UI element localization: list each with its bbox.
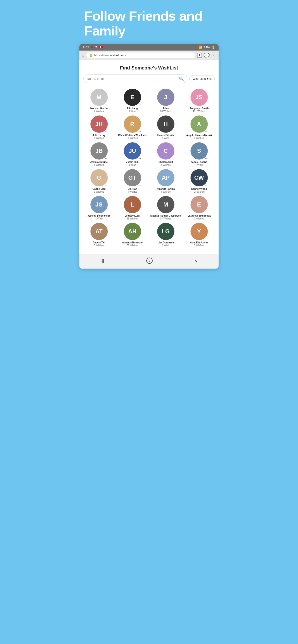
user-card-21[interactable]: AH...Amanda Housand35 Wishes bbox=[117, 223, 148, 247]
user-count-14: 4 Wishes bbox=[161, 190, 171, 193]
more-dots-6[interactable]: ... bbox=[172, 130, 175, 132]
avatar-wrap-22: LG... bbox=[157, 223, 175, 240]
notification-count: 7 bbox=[95, 46, 97, 49]
nav-home-icon[interactable]: ○ bbox=[146, 258, 153, 264]
more-dots-12[interactable]: ... bbox=[105, 183, 108, 186]
more-dots-13[interactable]: ... bbox=[138, 183, 141, 186]
user-name-13: Gia Tran bbox=[127, 187, 137, 190]
user-card-10[interactable]: C...Chelsea Cait4 Wishes bbox=[150, 142, 181, 166]
more-dots-4[interactable]: ... bbox=[105, 130, 108, 132]
user-card-3[interactable]: JS...Jacquelyn Smith131 Wishes bbox=[183, 89, 215, 112]
user-count-0: 2 Wishes bbox=[94, 110, 104, 112]
phone-frame: 8:51 N 7 📶 31% 🔋 ⌂ 🔒 https://www.wishlis… bbox=[79, 44, 219, 268]
user-count-7: 3 Wishes bbox=[194, 137, 204, 140]
user-count-12: 3 Wishes bbox=[94, 190, 104, 193]
more-dots-18[interactable]: ... bbox=[172, 210, 175, 213]
nav-back-icon[interactable]: < bbox=[195, 258, 198, 264]
user-count-13: 4 Wishes bbox=[127, 190, 137, 193]
avatar-wrap-1: E... bbox=[124, 89, 141, 106]
more-dots-0[interactable]: ... bbox=[105, 102, 108, 106]
user-card-7[interactable]: A...Angela Pasceri-Meraki3 Wishes bbox=[183, 116, 215, 140]
user-name-5: R0cketRabbits Wishlist's bbox=[118, 134, 146, 137]
user-card-18[interactable]: M...Magnus Tangen Jespersen34 Wishes bbox=[150, 196, 181, 220]
user-card-23[interactable]: Y...Yana Evtukhova2 Wishes bbox=[183, 223, 215, 247]
user-name-11: samuel dobbs bbox=[191, 160, 207, 164]
more-dots-1[interactable]: ... bbox=[138, 102, 141, 106]
more-dots-3[interactable]: ... bbox=[205, 102, 208, 106]
user-name-8: Joshua Berube bbox=[90, 160, 107, 164]
user-name-19: Elizabeth Tikhonova bbox=[187, 214, 211, 217]
user-card-1[interactable]: E...Elin Lang1 Wish bbox=[117, 89, 148, 112]
user-card-5[interactable]: R...R0cketRabbits Wishlist's28 Wishes bbox=[117, 116, 148, 140]
user-name-4: Julie Henry bbox=[93, 134, 106, 137]
more-dots-19[interactable]: ... bbox=[205, 210, 208, 213]
lock-icon: 🔒 bbox=[89, 54, 93, 57]
user-name-10: Chelsea Cait bbox=[158, 160, 173, 164]
battery-icon: 🔋 bbox=[211, 46, 215, 49]
user-card-4[interactable]: JH...Julie Henry5 Wishes bbox=[83, 116, 115, 140]
user-card-17[interactable]: L...Lindsey Luna29 Wishes bbox=[117, 196, 148, 220]
search-icon[interactable]: 🔍 bbox=[179, 76, 184, 81]
user-card-11[interactable]: S...samuel dobbs1 Wish bbox=[183, 142, 215, 166]
user-name-3: Jacquelyn Smith bbox=[190, 107, 209, 110]
netflix-icon: N bbox=[91, 45, 93, 49]
more-dots-15[interactable]: ... bbox=[205, 183, 208, 186]
user-card-2[interactable]: J...Jules23 Wishes bbox=[150, 89, 181, 112]
avatar-wrap-12: G... bbox=[90, 169, 108, 186]
status-left: 8:51 N 7 bbox=[83, 45, 103, 49]
tab-count-badge[interactable]: 1 bbox=[197, 53, 202, 58]
chat-bubble-icon[interactable]: 💬 bbox=[204, 52, 210, 58]
home-icon[interactable]: ⌂ bbox=[82, 53, 84, 58]
avatar-wrap-7: A... bbox=[191, 116, 208, 133]
more-dots-8[interactable]: ... bbox=[105, 156, 108, 159]
user-card-13[interactable]: GT...Gia Tran4 Wishes bbox=[117, 169, 148, 193]
more-dots-14[interactable]: ... bbox=[172, 183, 175, 186]
user-name-9: Justin Hull bbox=[126, 160, 138, 164]
url-bar[interactable]: 🔒 https://www.wishlist.com/ bbox=[86, 52, 195, 58]
user-name-7: Angela Pasceri-Meraki bbox=[186, 134, 212, 137]
user-card-16[interactable]: JS...Jessica Stephenson1 Wish bbox=[83, 196, 115, 220]
more-dots-7[interactable]: ... bbox=[205, 130, 208, 132]
more-dots-20[interactable]: ... bbox=[105, 237, 108, 240]
more-dots-21[interactable]: ... bbox=[138, 237, 141, 240]
avatar-wrap-21: AH... bbox=[124, 223, 141, 240]
avatar-wrap-10: C... bbox=[157, 142, 175, 160]
more-dots-9[interactable]: ... bbox=[138, 156, 141, 159]
nav-menu-icon[interactable]: ||| bbox=[100, 258, 104, 264]
user-card-9[interactable]: JU...Justin Hull1 Wish bbox=[117, 142, 148, 166]
user-name-2: Jules bbox=[163, 107, 169, 110]
user-count-18: 34 Wishes bbox=[160, 217, 171, 220]
more-dots-22[interactable]: ... bbox=[172, 237, 175, 240]
more-dots-10[interactable]: ... bbox=[172, 156, 175, 159]
search-input-wrap[interactable]: 🔍 bbox=[83, 74, 187, 83]
more-menu-icon[interactable]: ⋮ bbox=[212, 53, 216, 58]
more-dots-23[interactable]: ... bbox=[205, 237, 208, 240]
user-name-1: Elin Lang bbox=[127, 107, 138, 110]
user-card-22[interactable]: LG...Liza Gordeeva1 Wish bbox=[150, 223, 181, 247]
avatar-wrap-2: J... bbox=[157, 89, 175, 106]
user-count-19: 2 Wishes bbox=[194, 217, 204, 220]
avatar-wrap-17: L... bbox=[124, 196, 141, 213]
user-card-14[interactable]: AP...Amanda Partilla4 Wishes bbox=[150, 169, 181, 193]
more-dots-11[interactable]: ... bbox=[205, 156, 208, 159]
filter-button[interactable]: WishLists ▾ ⧉ bbox=[189, 75, 215, 82]
user-card-19[interactable]: E...Elizabeth Tikhonova2 Wishes bbox=[183, 196, 215, 220]
avatar-wrap-3: JS... bbox=[191, 89, 208, 106]
avatar-wrap-9: JU... bbox=[124, 142, 141, 160]
filter-dropdown-icon: ▾ bbox=[207, 77, 209, 80]
user-name-14: Amanda Partilla bbox=[157, 187, 175, 190]
user-count-6: 1 Wish bbox=[162, 137, 169, 140]
more-dots-5[interactable]: ... bbox=[138, 130, 141, 132]
user-card-12[interactable]: G...Gabby Diaz3 Wishes bbox=[83, 169, 115, 193]
user-card-20[interactable]: AT...Angela Tan3 Wishes bbox=[83, 223, 115, 247]
more-dots-17[interactable]: ... bbox=[138, 210, 141, 213]
more-dots-16[interactable]: ... bbox=[105, 210, 108, 213]
search-input[interactable] bbox=[87, 77, 178, 80]
more-dots-2[interactable]: ... bbox=[172, 102, 175, 106]
user-card-0[interactable]: M...Mohsen Gorzin2 Wishes bbox=[83, 89, 115, 112]
user-card-15[interactable]: CW...Connor Wood14 Wishes bbox=[183, 169, 215, 193]
phone-container: 8:51 N 7 📶 31% 🔋 ⌂ 🔒 https://www.wishlis… bbox=[75, 44, 223, 276]
user-card-8[interactable]: JB...Joshua Berube5 Wishes bbox=[83, 142, 115, 166]
user-card-6[interactable]: H...Henrik Bilevits1 Wish bbox=[150, 116, 181, 140]
user-count-21: 35 Wishes bbox=[127, 244, 138, 247]
